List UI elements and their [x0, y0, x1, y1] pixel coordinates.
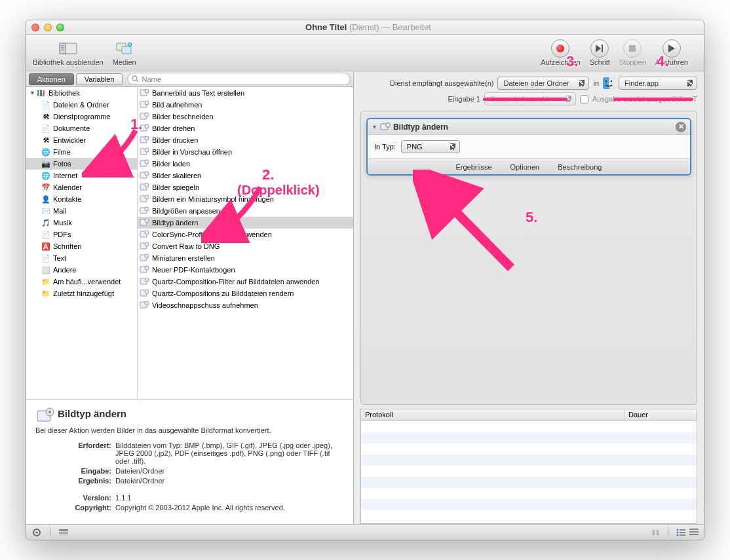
svg-point-33: [145, 183, 149, 187]
remove-action-button[interactable]: ✕: [676, 122, 686, 132]
tab-options[interactable]: Optionen: [510, 163, 540, 171]
action-card[interactable]: ▼ Bildtyp ändern ✕ In Typ: PNG▲▼ Ergebni…: [366, 118, 691, 176]
action-list-item[interactable]: Miniaturen erstellen: [138, 252, 353, 264]
action-list-item[interactable]: Convert Raw to DNG: [138, 240, 353, 252]
step-button[interactable]: Schritt: [590, 40, 610, 66]
tree-item[interactable]: 📷Fotos: [26, 158, 137, 170]
rows-view-icon[interactable]: [689, 529, 699, 536]
finder-icon: [603, 77, 615, 89]
action-list-item[interactable]: Bildern ein Miniatursymbol hinzufügen: [138, 193, 353, 205]
action-large-icon: [35, 407, 55, 426]
action-list[interactable]: Bannerbild aus Text erstellenBild aufneh…: [138, 87, 353, 400]
tree-item[interactable]: 📄Text: [26, 252, 137, 264]
action-list-item[interactable]: Bilder skalieren: [138, 170, 353, 181]
workflow-canvas[interactable]: ▼ Bildtyp ändern ✕ In Typ: PNG▲▼ Ergebni…: [360, 111, 697, 405]
action-list-item[interactable]: Bildtyp ändern: [138, 217, 353, 229]
svg-point-53: [145, 301, 149, 305]
status-bar: ⦀⦀: [26, 524, 704, 540]
traffic-lights: [31, 24, 64, 31]
category-icon: 📁: [41, 276, 51, 287]
close-icon[interactable]: [31, 24, 39, 31]
action-list-item[interactable]: Bildgrößen anpassen: [138, 205, 353, 217]
zoom-icon[interactable]: [56, 24, 64, 31]
output-replaces-checkbox[interactable]: [580, 95, 588, 103]
tab-description[interactable]: Beschreibung: [558, 163, 602, 171]
tab-actions[interactable]: Aktionen: [29, 73, 74, 85]
action-list-item[interactable]: Bannerbild aus Text erstellen: [138, 87, 353, 99]
category-tree[interactable]: ▼ Bibliothek 📄Dateien & Ordner🛠Dienstpro…: [26, 87, 138, 400]
run-button[interactable]: Ausführen: [655, 40, 688, 66]
action-list-item[interactable]: Bilder in Vorschau öffnen: [138, 146, 353, 158]
titlebar[interactable]: Ohne Titel (Dienst) — Bearbeitet: [26, 20, 704, 35]
action-list-item[interactable]: Bilder beschneiden: [138, 111, 353, 122]
action-item-icon: [140, 253, 150, 263]
input-scope-select[interactable]: Gesamte Auswahl▲▼: [484, 92, 576, 105]
tree-item[interactable]: 🎵Musik: [26, 217, 137, 229]
tree-item[interactable]: 📅Kalender: [26, 181, 137, 193]
action-item-icon: [140, 288, 150, 299]
svg-rect-9: [602, 45, 603, 52]
list-view-icon[interactable]: [676, 529, 685, 536]
action-list-item[interactable]: Bilder laden: [138, 158, 353, 170]
svg-point-68: [677, 529, 679, 531]
columns-icon[interactable]: ⦀⦀: [652, 528, 660, 537]
to-type-label: In Typ:: [374, 143, 396, 151]
action-item-icon: [140, 123, 150, 134]
tree-item[interactable]: 👤Kontakte: [26, 193, 137, 205]
log-col-protocol[interactable]: Protokoll: [361, 409, 624, 420]
tab-results[interactable]: Ergebnisse: [456, 163, 492, 171]
library-tabs: Aktionen Variablen Name: [26, 71, 353, 87]
tree-item[interactable]: 📄PDFs: [26, 229, 137, 240]
svg-rect-73: [680, 534, 685, 536]
svg-point-70: [677, 531, 679, 533]
tree-item[interactable]: 🛠Entwickler: [26, 134, 137, 146]
action-list-item[interactable]: Bilder drehen: [138, 122, 353, 134]
stop-button[interactable]: Stoppen: [619, 40, 646, 66]
action-list-item[interactable]: ColorSync-Profil auf Bilder anwenden: [138, 229, 353, 240]
tab-variables[interactable]: Variablen: [76, 73, 123, 85]
record-button[interactable]: Aufzeichnen: [541, 40, 581, 66]
tree-item[interactable]: 📄Dokumente: [26, 122, 137, 134]
category-icon: ⬜: [41, 265, 51, 275]
tree-item[interactable]: 📁Am häufi...verwendet: [26, 276, 137, 288]
tree-root[interactable]: ▼ Bibliothek: [26, 87, 137, 99]
tree-item[interactable]: 🌐Internet: [26, 170, 137, 181]
svg-point-51: [145, 289, 149, 293]
tree-item[interactable]: 📄Dateien & Ordner: [26, 99, 137, 111]
svg-rect-13: [37, 90, 39, 96]
action-card-header[interactable]: ▼ Bildtyp ändern ✕: [368, 119, 690, 135]
hide-library-button[interactable]: Bibliothek ausblenden: [33, 40, 104, 66]
svg-rect-74: [689, 529, 699, 530]
tree-item[interactable]: ⬜Andere: [26, 264, 137, 276]
log-col-duration[interactable]: Dauer: [624, 409, 697, 420]
stack-icon[interactable]: [58, 529, 69, 536]
action-list-item[interactable]: Neuer PDF-Kontaktbogen: [138, 264, 353, 276]
tree-item[interactable]: 📁Zuletzt hinzugefügt: [26, 288, 137, 299]
action-item-icon: [140, 159, 150, 169]
input-type-select[interactable]: Dateien oder Ordner▲▼: [497, 77, 589, 90]
action-list-item[interactable]: Bild aufnehmen: [138, 99, 353, 111]
to-type-select[interactable]: PNG▲▼: [401, 140, 460, 153]
action-item-icon: [140, 111, 150, 122]
svg-point-59: [605, 81, 607, 82]
action-list-item[interactable]: Bilder drucken: [138, 134, 353, 146]
svg-point-7: [128, 43, 132, 47]
tree-item[interactable]: 🛠Dienstprogramme: [26, 111, 137, 122]
svg-rect-65: [59, 529, 68, 531]
tree-item[interactable]: 🅰️Schriften: [26, 240, 137, 252]
tree-item[interactable]: ✉️Mail: [26, 205, 137, 217]
action-list-item[interactable]: Bilder spiegeln: [138, 181, 353, 193]
category-icon: 📄: [41, 100, 51, 110]
gear-icon[interactable]: [31, 527, 42, 538]
tree-item[interactable]: 🌐Filme: [26, 146, 137, 158]
action-list-item[interactable]: Quartz-Compositions zu Bilddateien rende…: [138, 288, 353, 299]
svg-point-47: [145, 266, 149, 270]
media-button[interactable]: Medien: [113, 40, 136, 66]
action-list-item[interactable]: Videoschnappschuss aufnehmen: [138, 299, 353, 311]
search-input[interactable]: Name: [127, 73, 351, 85]
app-select[interactable]: Finder.app▲▼: [619, 77, 697, 90]
minimize-icon[interactable]: [44, 24, 52, 31]
svc-label-replaces: Ausgabe ersetzt ausgewählten T: [592, 95, 697, 103]
svg-point-72: [677, 534, 679, 536]
action-list-item[interactable]: Quartz-Composition-Filter auf Bilddateie…: [138, 276, 353, 288]
